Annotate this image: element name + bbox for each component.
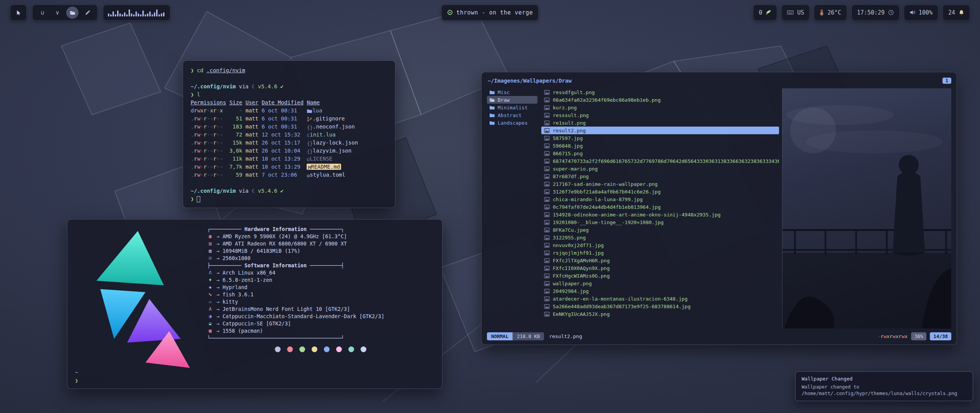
software-section-header: ├──────────Software Information─────────… <box>207 262 434 269</box>
folder-icon <box>489 105 495 111</box>
file-row[interactable]: FXfcJlTXgAMvH6R.png <box>541 257 779 264</box>
file-row[interactable]: 68747470733a2f2f696d616765732d7769786d70… <box>541 157 779 165</box>
notification-body: Wallpaper changed to /home/matt/.config/… <box>802 384 967 397</box>
volume-value: 100% <box>919 9 933 16</box>
prompt-line: ~/.config/nvim via ☾ v5.4.6 ✔ <box>191 187 387 195</box>
breadcrumb-path: ~/Imagenes/Wallpapers/Draw <box>488 78 572 84</box>
cursor-icon <box>16 10 21 16</box>
file-listing: drwxr-xr-x-matt6 oct 00:31lua.rw-r--r--5… <box>191 107 387 179</box>
file-row[interactable]: nnvuv0xj2df71.jpg <box>541 241 779 249</box>
updates-module[interactable]: 0 <box>753 5 777 21</box>
braces-icon: {} <box>307 149 313 154</box>
notifications-module[interactable]: 24 <box>942 5 970 21</box>
file-row[interactable]: chica-mirando-la-luna-8799.jpg <box>541 195 779 203</box>
lua-icon: ☾ <box>252 83 255 91</box>
arrow-icon: → <box>216 247 219 255</box>
table-row: .rw-r--r--3,0kmatt26 oct 10:04{}lazyvim.… <box>191 147 387 155</box>
directory-row[interactable]: Landscapes <box>487 119 537 127</box>
leaf-icon <box>766 9 771 16</box>
file-row[interactable]: 154928-odinokoe-anime-art-anime-okno-sin… <box>541 211 779 218</box>
file-row[interactable]: 0c794faf07de24a4db4d4fb1eb813964.jpg <box>541 203 779 211</box>
arrow-icon: → <box>216 233 219 240</box>
workspace-1-button[interactable]: ∪ <box>36 7 49 19</box>
image-file-icon <box>544 151 550 156</box>
prompt-line: ~/.config/nvim via ☾ v5.4.6 ✔ <box>191 83 387 91</box>
directory-row[interactable]: Abstract <box>487 111 537 119</box>
file-row[interactable]: 87r687df.png <box>541 172 779 180</box>
file-row[interactable]: 596848.jpg <box>541 142 779 150</box>
file-row[interactable]: 5a266e448add93deab367d87173e9f25-6837886… <box>541 302 779 310</box>
image-file-icon <box>544 174 550 179</box>
info-line: ▥→10948MiB / 64183MiB (17%) <box>207 247 434 255</box>
clock-module[interactable]: 17:50:29 <box>851 5 900 21</box>
image-file-icon <box>544 235 550 241</box>
image-file-icon <box>544 166 550 172</box>
command-line: ❯ l <box>191 91 387 99</box>
file-row[interactable]: 3122955.png <box>541 234 779 241</box>
file-row[interactable]: FXfcII0X0AQyn9X.png <box>541 264 779 272</box>
directory-row[interactable]: Minimalist <box>487 104 537 111</box>
file-row[interactable]: wallpaper.png <box>541 280 779 287</box>
file-row[interactable]: 20492984.jpg <box>541 287 779 295</box>
notification-toast[interactable]: Wallpaper Changed Wallpaper changed to /… <box>795 371 973 401</box>
packages-icon: ▦ <box>207 327 213 335</box>
workspace-3-button[interactable] <box>66 7 78 19</box>
file-row[interactable]: 3126f7e9bbf21a8a4af0b67b041c6e26.jpg <box>541 188 779 195</box>
file-manager-window[interactable]: ~/Imagenes/Wallpapers/Draw 1 MiscDrawMin… <box>481 72 957 345</box>
command-arg: .config/nvim <box>206 67 245 75</box>
arrow-icon: → <box>216 276 219 284</box>
media-title-module[interactable]: thrown - on the verge <box>441 5 539 21</box>
keyboard-layout-module[interactable]: US <box>781 5 810 21</box>
image-file-icon <box>544 220 550 225</box>
temperature-module[interactable]: 26°C <box>814 5 847 21</box>
image-file-icon <box>544 158 550 164</box>
file-row[interactable]: rsjqojlmjhf91.jpg <box>541 249 779 257</box>
file-row[interactable]: resssult.png <box>541 111 779 119</box>
cwd-path: ~/.config/nvim <box>191 83 236 91</box>
arrow-icon: → <box>216 291 219 298</box>
kernel-icon: ♦ <box>207 276 213 284</box>
notification-title: Wallpaper Changed <box>802 376 967 382</box>
file-row[interactable]: 866715.png <box>541 150 779 157</box>
file-row[interactable]: super-mario.png <box>541 165 779 172</box>
workspace-4-button[interactable] <box>81 7 93 19</box>
terminal-window[interactable]: ❯ cd .config/nvim ~/.config/nvim via ☾ v… <box>183 60 395 208</box>
file-manager-status-bar: NORMAL 218.8 KB result2.png -rwxrwxrwx 3… <box>487 331 951 341</box>
file-row[interactable]: 8FKa7Cu.jpeg <box>541 226 779 234</box>
file-row[interactable]: FXfcHgcWIAMzs0G.png <box>541 272 779 280</box>
thermometer-icon <box>820 9 824 16</box>
file-row[interactable]: atardecer-en-la-montanas-ilustracion-634… <box>541 295 779 302</box>
volume-module[interactable]: 100% <box>904 5 938 21</box>
info-line: ⊡→980x413 <box>207 255 434 262</box>
hardware-section-header: ┌──────────Hardware Information─────────… <box>207 226 434 233</box>
file-row[interactable]: EeNKYgIUcAAJ5JX.png <box>541 310 779 318</box>
file-row[interactable]: kurz.png <box>541 104 779 111</box>
cpu-graph-widget[interactable] <box>103 5 170 21</box>
folder-icon <box>489 112 495 118</box>
file-row[interactable]: re1sult.png <box>541 119 779 127</box>
file-row[interactable]: 19201080-__blue-tinge__-1920×1080.jpg <box>541 218 779 226</box>
file-row[interactable]: 217167-sad-anime-rain-wallpaper.png <box>541 180 779 188</box>
scroll-percent-badge: 36% <box>911 332 927 340</box>
color-dot <box>287 346 293 352</box>
app-launcher-button[interactable] <box>10 5 27 21</box>
file-row[interactable]: ressdfgult.png <box>541 88 779 96</box>
table-row: .rw-r--r--7,7kmatt18 oct 13:29MREADME.md <box>191 163 387 171</box>
info-line: A→JetBrainsMono Nerd Font Light 10 [GTK2… <box>207 306 434 313</box>
directory-row[interactable]: Misc <box>487 88 537 96</box>
updates-count: 0 <box>759 9 762 16</box>
image-file-icon <box>544 181 550 187</box>
os-icon: Λ <box>207 269 213 276</box>
system-fetch-window[interactable]: ┌──────────Hardware Information─────────… <box>67 219 443 389</box>
directory-row[interactable]: Draw <box>487 96 537 104</box>
check-icon: ✔ <box>280 187 283 195</box>
file-row[interactable]: 587597.jpg <box>541 134 779 142</box>
info-line: ▭→kitty <box>207 298 434 306</box>
table-row: .rw-r--r--183matt6 oct 00:31{}.neoconf.j… <box>191 123 387 131</box>
tab-badge[interactable]: 1 <box>942 78 951 84</box>
table-row: .rw-r--r--11kmatt18 oct 13:29©LICENSE <box>191 155 387 163</box>
workspace-2-button[interactable]: ∨ <box>51 7 64 19</box>
file-row[interactable]: result2.png <box>541 127 779 134</box>
file-row[interactable]: 08a634fa02a32364f69ebc86a98eb1eb.png <box>541 96 779 104</box>
image-file-icon <box>544 128 550 133</box>
